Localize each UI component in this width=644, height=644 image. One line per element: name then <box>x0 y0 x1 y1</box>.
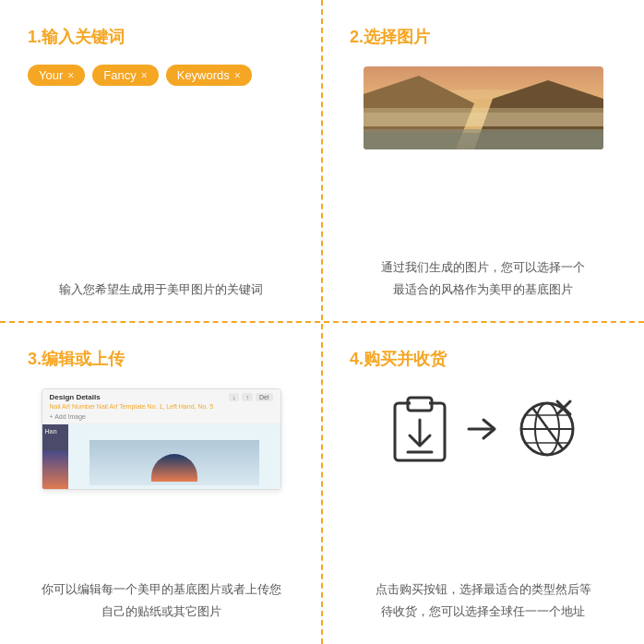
tag-fancy[interactable]: Fancy × <box>92 65 158 86</box>
purchase-clipboard-icon <box>388 392 452 466</box>
cell2-title: 2.选择图片 <box>350 26 430 48</box>
mockup-body: Han <box>42 424 280 490</box>
purchase-arrow-icon <box>467 415 500 443</box>
mockup-topbar: Design Details ↓ ↑ Del Nail Art Number N… <box>42 389 280 424</box>
tag-keywords-label: Keywords <box>177 68 230 82</box>
tags-container: Your × Fancy × Keywords × <box>28 65 252 86</box>
svg-rect-6 <box>364 113 603 126</box>
main-grid: 1.输入关键词 Your × Fancy × Keywords × 输入您希望生… <box>0 0 644 644</box>
svg-rect-8 <box>364 133 603 149</box>
tag-fancy-remove[interactable]: × <box>141 69 148 82</box>
tag-your[interactable]: Your × <box>28 65 85 86</box>
mockup-arch-shape <box>151 454 197 482</box>
cell3-desc: 你可以编辑每一个美甲的基底图片或者上传您自己的贴纸或其它图片 <box>42 578 281 622</box>
purchase-icons <box>388 392 579 466</box>
cell3-title: 3.编辑或上传 <box>28 348 125 370</box>
cell1-title: 1.输入关键词 <box>28 26 125 48</box>
cell-select-image: 2.选择图片 <box>322 0 644 322</box>
cell4-desc: 点击购买按钮，选择最适合的类型然后等待收货，您可以选择全球任一一个地址 <box>376 578 591 622</box>
tag-fancy-label: Fancy <box>103 68 136 82</box>
mockup-icon-upload[interactable]: ↑ <box>242 393 253 401</box>
mockup-icon-download[interactable]: ↓ <box>229 393 240 401</box>
mockup-gradient-bar <box>42 451 68 490</box>
cell2-desc: 通过我们生成的图片，您可以选择一个最适合的风格作为美甲的基底图片 <box>381 256 585 300</box>
app-mockup: Design Details ↓ ↑ Del Nail Art Number N… <box>42 388 281 490</box>
mockup-left-bar: Han <box>42 424 68 490</box>
tag-keywords[interactable]: Keywords × <box>166 65 252 86</box>
mockup-canvas <box>68 424 280 490</box>
mockup-topbar-row1: Design Details ↓ ↑ Del <box>50 393 273 401</box>
cell4-title: 4.购买并收货 <box>350 348 447 370</box>
mockup-add-image[interactable]: + Add Image <box>50 413 273 420</box>
mockup-icons: ↓ ↑ Del <box>229 393 273 401</box>
svg-rect-11 <box>411 400 429 409</box>
tag-keywords-remove[interactable]: × <box>234 69 241 82</box>
tag-your-label: Your <box>39 68 63 82</box>
mockup-subtitle: Nail Art Number Nail Art Template No. 1,… <box>50 403 214 410</box>
mockup-icon-delete[interactable]: Del <box>256 393 273 401</box>
purchase-globe-icon <box>515 392 579 466</box>
landscape-image <box>364 66 603 149</box>
cell-purchase: 4.购买并收货 <box>322 322 644 644</box>
cell-keywords: 1.输入关键词 Your × Fancy × Keywords × 输入您希望生… <box>0 0 322 322</box>
cell-edit-upload: 3.编辑或上传 Design Details ↓ ↑ Del Nail Art … <box>0 322 322 644</box>
mockup-topbar-row2: Nail Art Number Nail Art Template No. 1,… <box>50 403 273 410</box>
mockup-title: Design Details <box>50 393 101 401</box>
cell1-desc: 输入您希望生成用于美甲图片的关键词 <box>59 279 263 300</box>
tag-your-remove[interactable]: × <box>67 69 74 82</box>
